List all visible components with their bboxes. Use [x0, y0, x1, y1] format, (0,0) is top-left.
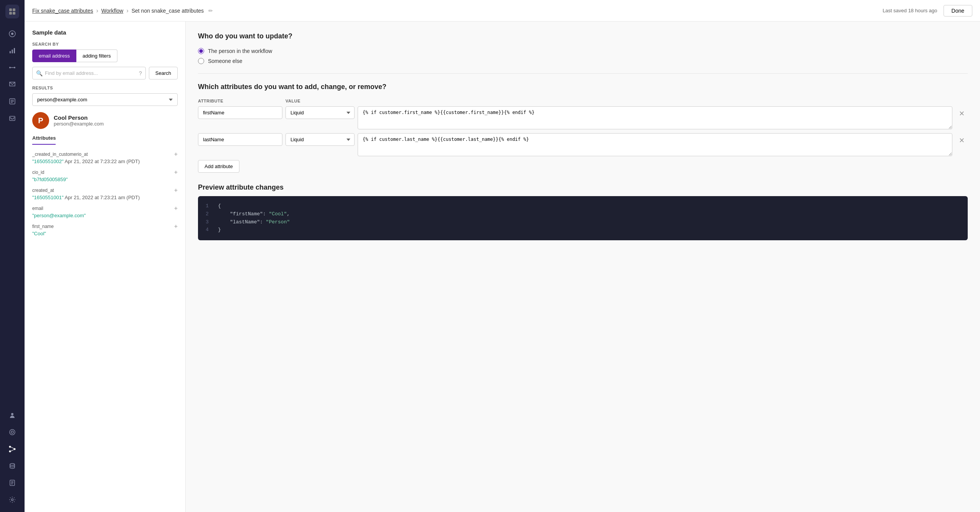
code-line-1: 1 {	[206, 202, 960, 210]
attr-type-1[interactable]: Liquid Text	[285, 133, 355, 146]
code-line-2: 2 "firstName": "Cool",	[206, 210, 960, 218]
attr-value-email: "person@example.com"	[32, 213, 86, 218]
divider-1	[198, 73, 968, 74]
sidebar-icon-reports[interactable]	[5, 475, 20, 491]
attr-item-created-at: created_at + "1650551001" Apr 21, 2022 a…	[32, 187, 178, 200]
breadcrumb-sep-1: ›	[96, 7, 98, 14]
person-name: Cool Person	[54, 114, 104, 121]
radio-row-someone-else: Someone else	[198, 58, 968, 64]
sidebar-icon-analytics[interactable]	[5, 43, 20, 58]
who-title: Who do you want to update?	[198, 32, 968, 40]
svg-point-15	[11, 431, 13, 433]
attr-item-first-name: first_name + "Cool"	[32, 223, 178, 236]
sidebar-icon-inbox[interactable]	[5, 111, 20, 126]
attr-plus-cio[interactable]: +	[174, 169, 178, 176]
attr-field-0[interactable]	[198, 106, 282, 119]
svg-rect-0	[9, 8, 12, 11]
line-num-3: 3	[206, 218, 212, 226]
attr-plus-email[interactable]: +	[174, 205, 178, 212]
breadcrumb-current: Set non snake_case attributes	[132, 8, 204, 14]
attr-remove-0[interactable]: ✕	[955, 108, 968, 119]
attr-value-created-at: "1650551001"	[32, 195, 64, 200]
svg-point-21	[12, 499, 13, 501]
attr-value-created: "1650551002"	[32, 159, 64, 164]
col-attribute: ATTRIBUTE	[198, 99, 282, 103]
sidebar-icon-campaigns[interactable]	[5, 94, 20, 109]
panel-title: Sample data	[32, 29, 178, 36]
preview-code-block: 1 { 2 "firstName": "Cool", 3 "lastName":…	[198, 196, 968, 240]
breadcrumb-fix-snake[interactable]: Fix snake_case attributes	[32, 8, 93, 14]
code-content-3: "lastName": "Person"	[218, 218, 290, 226]
sidebar-icon-journeys[interactable]	[5, 60, 20, 75]
attr-item-cio: cio_id + "b7fd05005859"	[32, 169, 178, 182]
breadcrumb: Fix snake_case attributes › Workflow › S…	[32, 7, 213, 14]
radio-label-someone-else: Someone else	[208, 58, 243, 64]
radio-row-person: The person in the workflow	[198, 48, 968, 54]
attr-key-first-name: first_name +	[32, 223, 178, 230]
edit-icon[interactable]: ✏	[208, 8, 213, 14]
attr-table-header: ATTRIBUTE VALUE	[198, 99, 968, 103]
person-info: Cool Person person@example.com	[54, 114, 104, 127]
attr-row-1: Liquid Text {% if customer.last_name %}{…	[198, 133, 968, 156]
attr-plus-first-name[interactable]: +	[174, 223, 178, 230]
help-icon[interactable]: ?	[139, 70, 142, 76]
breadcrumb-workflow[interactable]: Workflow	[101, 8, 123, 14]
svg-rect-6	[10, 51, 11, 53]
attr-plus-created-at[interactable]: +	[174, 187, 178, 194]
svg-point-18	[9, 451, 11, 453]
sidebar-icon-overview[interactable]	[5, 26, 20, 41]
svg-point-19	[10, 464, 15, 466]
sidebar-icon-data[interactable]	[5, 458, 20, 474]
last-saved-text: Last saved 18 hours ago	[883, 8, 937, 13]
svg-point-16	[9, 446, 11, 448]
code-line-3: 3 "lastName": "Person"	[206, 218, 960, 226]
sidebar-icon-settings[interactable]	[5, 492, 20, 507]
attr-key-created-at: created_at +	[32, 187, 178, 194]
search-input-row: 🔍 ? Search	[32, 67, 178, 79]
search-input-wrap: 🔍 ?	[32, 67, 146, 79]
line-num-1: 1	[206, 202, 212, 210]
tab-email-address[interactable]: email address	[32, 50, 76, 62]
sidebar	[0, 0, 25, 512]
sidebar-icon-messages[interactable]	[5, 77, 20, 92]
search-by-label: SEARCH BY	[32, 42, 178, 46]
sidebar-icon-workflows[interactable]	[5, 441, 20, 457]
code-content-4: }	[218, 226, 221, 234]
add-attribute-button[interactable]: Add attribute	[198, 160, 239, 173]
sidebar-icon-segments[interactable]	[5, 424, 20, 440]
results-select[interactable]: person@example.com	[32, 93, 178, 106]
svg-point-10	[14, 67, 15, 68]
attr-value-textarea-0[interactable]: {% if customer.first_name %}{{customer.f…	[358, 106, 952, 129]
attr-remove-1[interactable]: ✕	[955, 135, 968, 146]
attr-key-email: email +	[32, 205, 178, 212]
attributes-tab[interactable]: Attributes	[32, 135, 56, 145]
attr-key-created: _created_in_customerio_at +	[32, 151, 178, 158]
attr-plus-created[interactable]: +	[174, 151, 178, 158]
line-num-4: 4	[206, 226, 212, 234]
attr-date-created: Apr 21, 2022 at 7:23:22 am (PDT)	[64, 159, 140, 164]
attr-row-0: Liquid Text {% if customer.first_name %}…	[198, 106, 968, 129]
person-row: P Cool Person person@example.com	[32, 112, 178, 129]
code-line-4: 4 }	[206, 226, 960, 234]
svg-rect-1	[13, 8, 15, 11]
attr-value-textarea-1[interactable]: {% if customer.last_name %}{{customer.la…	[358, 133, 952, 156]
topbar-right: Last saved 18 hours ago Done	[883, 5, 972, 17]
done-button[interactable]: Done	[944, 5, 972, 17]
svg-point-5	[11, 33, 13, 35]
radio-person-in-workflow[interactable]	[198, 48, 204, 54]
search-button[interactable]: Search	[149, 67, 178, 79]
attributes-section-title: Which attributes do you want to add, cha…	[198, 83, 968, 91]
attr-item-email: email + "person@example.com"	[32, 205, 178, 218]
code-content-2: "firstName": "Cool",	[218, 210, 290, 218]
svg-rect-8	[14, 48, 15, 53]
search-input[interactable]	[32, 67, 146, 79]
content-area: Sample data SEARCH BY email address addi…	[25, 21, 980, 512]
preview-title: Preview attribute changes	[198, 183, 968, 192]
attr-type-0[interactable]: Liquid Text	[285, 106, 355, 119]
topbar: Fix snake_case attributes › Workflow › S…	[25, 0, 980, 21]
tab-adding-filters[interactable]: adding filters	[76, 50, 117, 62]
person-email: person@example.com	[54, 121, 104, 127]
sidebar-icon-people[interactable]	[5, 408, 20, 423]
radio-someone-else[interactable]	[198, 58, 204, 64]
attr-field-1[interactable]	[198, 133, 282, 146]
